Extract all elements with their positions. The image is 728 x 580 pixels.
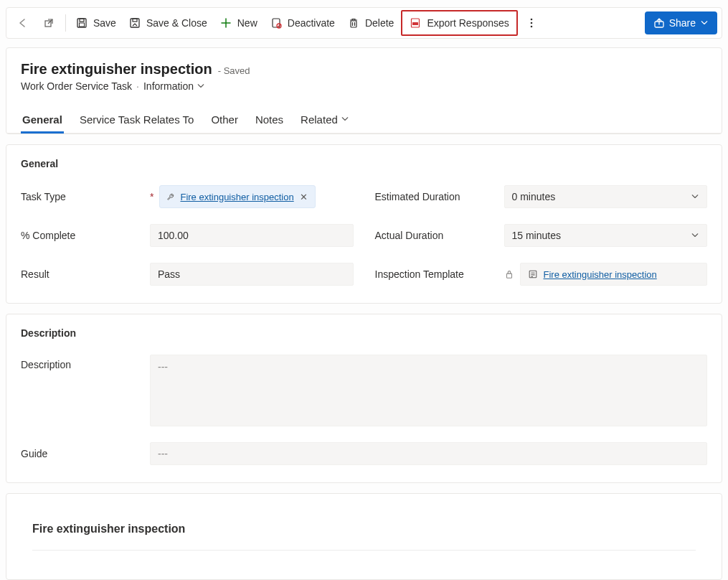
- deactivate-icon: [270, 17, 282, 29]
- actual-duration-field[interactable]: 15 minutes: [504, 224, 708, 247]
- section-inspection: Fire extinguisher inspection: [6, 493, 722, 580]
- task-type-label: Task Type: [21, 191, 150, 202]
- result-field[interactable]: Pass: [150, 263, 354, 286]
- save-close-button[interactable]: Save & Close: [123, 10, 213, 36]
- deactivate-button[interactable]: Deactivate: [265, 10, 341, 36]
- save-icon: [76, 17, 88, 29]
- lock-icon: [504, 269, 516, 279]
- section-title: General: [21, 158, 707, 169]
- section-general: General Task Type * Fire extinguisher in…: [6, 144, 722, 304]
- percent-complete-value: 100.00: [158, 230, 189, 241]
- save-close-label: Save & Close: [146, 17, 207, 29]
- description-field[interactable]: ---: [150, 355, 707, 426]
- separator: [65, 14, 66, 32]
- guide-field[interactable]: ---: [150, 442, 707, 465]
- tab-label: Related: [301, 113, 338, 126]
- remove-chip-button[interactable]: ✕: [298, 192, 309, 202]
- task-type-field[interactable]: Fire extinguisher inspection ✕: [159, 185, 353, 208]
- task-type-chip: Fire extinguisher inspection ✕: [159, 185, 315, 208]
- actual-duration-label: Actual Duration: [375, 230, 504, 241]
- export-responses-label: Export Responses: [427, 17, 509, 29]
- back-icon: [17, 17, 29, 29]
- save-status: - Saved: [218, 65, 250, 76]
- delete-label: Delete: [365, 17, 394, 29]
- section-title: Description: [21, 327, 707, 339]
- est-duration-field[interactable]: 0 minutes: [504, 185, 708, 208]
- actual-duration-value: 15 minutes: [512, 230, 561, 241]
- tab-label: Other: [211, 113, 238, 126]
- more-icon: [526, 17, 537, 29]
- guide-label: Guide: [21, 448, 150, 459]
- required-marker: *: [150, 191, 153, 202]
- export-responses-button[interactable]: Export Responses: [401, 10, 517, 36]
- tabs: General Service Task Relates To Other No…: [6, 108, 722, 134]
- form-header-card: Fire extinguisher inspection - Saved Wor…: [6, 47, 722, 134]
- share-icon: [653, 17, 665, 29]
- tab-other[interactable]: Other: [209, 108, 240, 133]
- entity-name: Work Order Service Task: [21, 80, 132, 92]
- new-label: New: [237, 17, 257, 29]
- popout-button[interactable]: [37, 10, 61, 36]
- entity-icon: [528, 269, 538, 279]
- tab-related[interactable]: Related: [299, 108, 351, 133]
- inspection-title: Fire extinguisher inspection: [27, 507, 701, 543]
- result-label: Result: [21, 268, 150, 280]
- insp-template-label: Inspection Template: [375, 268, 504, 280]
- save-label: Save: [93, 17, 116, 29]
- tab-label: Service Task Relates To: [80, 113, 194, 126]
- est-duration-value: 0 minutes: [512, 191, 556, 202]
- chevron-down-icon: [700, 19, 709, 27]
- popout-icon: [43, 17, 55, 29]
- dot-separator: ·: [136, 80, 139, 92]
- back-button[interactable]: [11, 10, 35, 36]
- divider: [32, 550, 696, 551]
- new-button[interactable]: New: [214, 10, 263, 36]
- form-picker-label: Information: [143, 80, 194, 92]
- command-bar: Save Save & Close New Deactivate Delete …: [6, 7, 722, 39]
- tab-notes[interactable]: Notes: [254, 108, 285, 133]
- page-title: Fire extinguisher inspection: [21, 61, 212, 78]
- lookup-search-button[interactable]: [320, 185, 343, 208]
- share-label: Share: [669, 17, 696, 29]
- insp-template-field[interactable]: Fire extinguisher inspection: [520, 263, 708, 286]
- share-button[interactable]: Share: [645, 11, 717, 34]
- section-description: Description Description --- Guide ---: [6, 314, 722, 483]
- guide-value: ---: [158, 448, 168, 459]
- plus-icon: [220, 17, 232, 29]
- percent-complete-field[interactable]: 100.00: [150, 224, 354, 247]
- tab-relates[interactable]: Service Task Relates To: [78, 108, 196, 133]
- insp-template-link[interactable]: Fire extinguisher inspection: [544, 269, 657, 280]
- description-value: ---: [158, 361, 168, 373]
- tab-general[interactable]: General: [21, 108, 64, 133]
- est-duration-label: Estimated Duration: [375, 191, 504, 202]
- task-type-link[interactable]: Fire extinguisher inspection: [180, 192, 293, 202]
- overflow-button[interactable]: [519, 10, 544, 36]
- wrench-icon: [166, 192, 176, 202]
- chevron-down-icon: [691, 192, 699, 201]
- percent-complete-label: % Complete: [21, 230, 150, 241]
- tab-label: General: [22, 113, 62, 126]
- pdf-icon: [410, 17, 421, 29]
- description-label: Description: [21, 355, 150, 370]
- save-button[interactable]: Save: [70, 10, 122, 36]
- tab-label: Notes: [255, 113, 283, 126]
- chevron-down-icon: [197, 82, 205, 90]
- chevron-down-icon: [341, 115, 349, 123]
- delete-icon: [348, 17, 359, 29]
- chevron-down-icon: [691, 231, 699, 240]
- deactivate-label: Deactivate: [288, 17, 335, 29]
- form-picker[interactable]: Information: [143, 80, 205, 92]
- delete-button[interactable]: Delete: [342, 10, 400, 36]
- save-close-icon: [129, 17, 141, 29]
- result-value: Pass: [158, 268, 180, 280]
